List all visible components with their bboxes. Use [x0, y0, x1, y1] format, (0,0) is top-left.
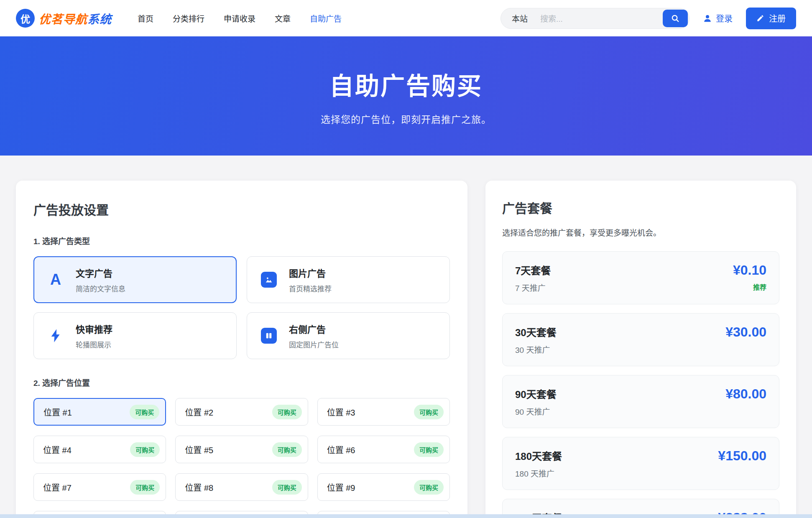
package-info: 90天套餐 90 天推广 [515, 386, 557, 417]
nav-item[interactable]: 申请收录 [224, 13, 255, 24]
position-status-badge: 可购买 [272, 480, 302, 495]
position-label: 位置 #6 [327, 444, 355, 456]
login-link[interactable]: 登录 [703, 12, 733, 24]
position-status-badge: 可购买 [130, 442, 160, 457]
position-card[interactable]: 位置 #3 可购买 [317, 398, 450, 426]
recommend-badge: 推荐 [733, 282, 766, 292]
login-label: 登录 [716, 12, 733, 24]
position-card[interactable]: 位置 #2 可购买 [175, 398, 308, 426]
position-card[interactable]: 位置 #7 可购买 [33, 473, 166, 501]
package-name: 180天套餐 [515, 448, 562, 463]
position-status-badge: 可购买 [272, 442, 302, 457]
package-info: 7天套餐 7 天推广 [515, 263, 551, 293]
register-label: 注册 [769, 12, 786, 24]
package-price: ¥80.00 [725, 386, 766, 402]
package-name: 7天套餐 [515, 263, 551, 277]
hero-banner: 自助广告购买 选择您的广告位，即刻开启推广之旅。 [0, 36, 812, 156]
position-label: 位置 #5 [185, 444, 213, 456]
header-actions: 本站 搜索... 登录 [500, 8, 796, 29]
position-card[interactable]: 位置 #9 可购买 [317, 473, 450, 501]
search-scope-select[interactable]: 本站 [512, 13, 528, 24]
ad-position-grid: 位置 #1 可购买 位置 #2 可购买 位置 #3 可购买 位置 #4 可购买 [33, 398, 450, 518]
logo-badge-icon: 优 [16, 9, 35, 28]
ad-type-desc: 简洁的文字信息 [76, 283, 125, 293]
page-title: 自助广告购买 [329, 66, 483, 102]
package-name: 30天套餐 [515, 324, 557, 339]
position-card[interactable]: 位置 #5 可购买 [175, 436, 308, 463]
ad-type-card[interactable]: A [33, 256, 237, 303]
site-logo[interactable]: 优 优茗导航系统 [16, 9, 112, 28]
package-duration: 180 天推广 [515, 467, 562, 479]
page-subtitle: 选择您的广告位，即刻开启推广之旅。 [321, 112, 491, 126]
ad-type-card[interactable]: A [247, 256, 450, 303]
package-pricing: ¥0.10 推荐 [733, 263, 766, 293]
position-label: 位置 #4 [43, 444, 71, 456]
package-duration: 7 天推广 [515, 282, 551, 293]
position-status-badge: 可购买 [130, 480, 160, 495]
nav-item[interactable]: 首页 [138, 13, 153, 24]
ad-settings-panel: 广告投放设置 1. 选择广告类型 A [16, 181, 467, 518]
package-price: ¥0.10 [733, 263, 766, 278]
settings-title: 广告投放设置 [33, 200, 450, 218]
main-content: 广告投放设置 1. 选择广告类型 A [0, 156, 812, 518]
position-label: 位置 #7 [43, 481, 71, 493]
position-card[interactable]: 位置 #1 可购买 [33, 398, 166, 426]
ad-type-name: 快审推荐 [76, 322, 112, 335]
ad-type-text: 图片广告 首页精选推荐 [289, 266, 332, 293]
search-input[interactable]: 本站 搜索... [500, 8, 689, 29]
packages-subtitle: 选择适合您的推广套餐，享受更多曝光机会。 [502, 227, 779, 238]
position-card[interactable]: 位置 #6 可购买 [317, 436, 450, 463]
ad-type-desc: 固定图片广告位 [289, 339, 339, 350]
packages-panel: 广告套餐 选择适合您的推广套餐，享受更多曝光机会。 7天套餐 7 天推广 ¥0.… [485, 181, 796, 518]
position-card[interactable]: 位置 #8 可购买 [175, 473, 308, 501]
ad-type-card[interactable]: A [33, 312, 237, 359]
package-price: ¥150.00 [718, 448, 766, 464]
nav-item[interactable]: 分类排行 [173, 13, 204, 24]
package-card[interactable]: 7天套餐 7 天推广 ¥0.10 推荐 [502, 251, 779, 304]
position-card[interactable]: 位置 #4 可购买 [33, 436, 166, 463]
footer-strip [0, 514, 812, 518]
position-status-badge: 可购买 [414, 405, 444, 419]
lightning-icon [47, 329, 64, 343]
image-icon [260, 272, 277, 288]
position-label: 位置 #3 [327, 406, 355, 418]
site-name-orange: 优茗导航 [39, 13, 87, 26]
package-duration: 30 天推广 [515, 344, 557, 355]
package-card[interactable]: 180天套餐 180 天推广 ¥150.00 [502, 437, 779, 490]
package-card[interactable]: 90天套餐 90 天推广 ¥80.00 [502, 375, 779, 428]
main-nav: 首页 分类排行 申请收录 文章 自助广告 [138, 13, 342, 24]
package-pricing: ¥30.00 [725, 324, 766, 355]
ad-type-name: 文字广告 [76, 266, 125, 279]
position-status-badge: 可购买 [414, 480, 444, 495]
user-icon [703, 14, 712, 23]
package-info: 180天套餐 180 天推广 [515, 448, 562, 479]
position-label: 位置 #9 [327, 481, 355, 493]
position-status-badge: 可购买 [272, 405, 302, 419]
position-label: 位置 #1 [43, 406, 72, 418]
register-button[interactable]: 注册 [746, 8, 796, 29]
package-list: 7天套餐 7 天推广 ¥0.10 推荐 30天套餐 30 天推广 ¥30. [502, 251, 779, 518]
search-button[interactable] [663, 10, 688, 27]
position-label: 位置 #2 [185, 406, 213, 418]
pencil-icon [756, 14, 764, 22]
package-duration: 90 天推广 [515, 406, 557, 417]
letter-a-icon: A [47, 271, 64, 288]
package-price: ¥30.00 [725, 324, 766, 340]
ad-type-text: 右侧广告 固定图片广告位 [289, 322, 339, 350]
packages-title: 广告套餐 [502, 198, 779, 217]
ad-type-desc: 轮播图展示 [76, 339, 112, 350]
position-label: 位置 #8 [185, 481, 213, 493]
nav-item[interactable]: 自助广告 [310, 13, 342, 24]
ad-type-card[interactable]: A [247, 312, 450, 359]
nav-item[interactable]: 文章 [275, 13, 291, 24]
package-card[interactable]: 30天套餐 30 天推广 ¥30.00 [502, 313, 779, 366]
top-navbar: 优 优茗导航系统 首页 分类排行 申请收录 文章 自助广告 本站 搜索... [0, 0, 812, 36]
columns-icon [260, 328, 277, 344]
package-pricing: ¥80.00 [725, 386, 766, 417]
search-icon [671, 14, 680, 23]
position-status-badge: 可购买 [130, 405, 159, 419]
position-status-badge: 可购买 [414, 442, 444, 457]
search-placeholder: 搜索... [540, 13, 563, 24]
ad-type-text: 快审推荐 轮播图展示 [76, 322, 112, 350]
ad-type-text: 文字广告 简洁的文字信息 [76, 266, 125, 293]
